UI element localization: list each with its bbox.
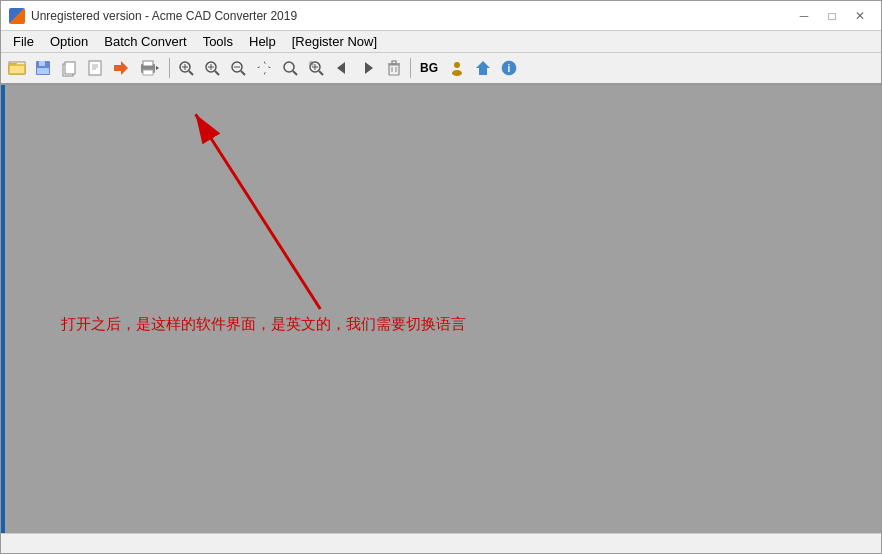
toolbar-copy-button[interactable] xyxy=(57,56,81,80)
close-button[interactable]: ✕ xyxy=(847,6,873,26)
svg-marker-50 xyxy=(476,61,490,75)
svg-marker-14 xyxy=(114,61,128,75)
toolbar-zoom-window-button[interactable] xyxy=(174,56,198,80)
toolbar: BG i xyxy=(1,53,881,85)
svg-rect-29 xyxy=(234,67,240,68)
menu-batch-convert[interactable]: Batch Convert xyxy=(96,31,194,53)
svg-marker-31 xyxy=(264,69,266,75)
menubar: File Option Batch Convert Tools Help [Re… xyxy=(1,31,881,53)
svg-text:i: i xyxy=(508,63,511,74)
main-window: Unregistered version - Acme CAD Converte… xyxy=(0,0,882,554)
menu-tools[interactable]: Tools xyxy=(195,31,241,53)
svg-point-48 xyxy=(454,62,460,68)
svg-line-35 xyxy=(293,71,297,75)
app-icon xyxy=(9,8,25,24)
titlebar: Unregistered version - Acme CAD Converte… xyxy=(1,1,881,31)
svg-rect-45 xyxy=(392,61,396,64)
toolbar-next-button[interactable] xyxy=(356,56,380,80)
svg-rect-7 xyxy=(37,68,49,74)
svg-rect-26 xyxy=(211,64,212,70)
svg-rect-17 xyxy=(143,70,153,75)
svg-rect-3 xyxy=(9,65,25,74)
menu-option[interactable]: Option xyxy=(42,31,96,53)
toolbar-convert-button[interactable] xyxy=(109,56,133,80)
toolbar-print-button[interactable] xyxy=(135,56,165,80)
menu-help[interactable]: Help xyxy=(241,31,284,53)
annotation-text: 打开之后，是这样的软件界面，是英文的，我们需要切换语言 xyxy=(61,315,466,334)
toolbar-separator-1 xyxy=(169,58,170,78)
svg-rect-39 xyxy=(315,64,316,70)
toolbar-user-button[interactable] xyxy=(445,56,469,80)
svg-marker-30 xyxy=(264,61,266,67)
toolbar-open-button[interactable] xyxy=(5,56,29,80)
toolbar-bg-button[interactable]: BG xyxy=(415,57,443,79)
svg-point-34 xyxy=(284,62,294,72)
canvas-area: 打开之后，是这样的软件界面，是英文的，我们需要切换语言 xyxy=(1,85,881,533)
svg-rect-16 xyxy=(143,61,153,66)
toolbar-pan-button[interactable] xyxy=(252,56,276,80)
svg-marker-33 xyxy=(265,66,271,68)
menu-register[interactable]: [Register Now] xyxy=(284,31,385,53)
svg-rect-22 xyxy=(185,64,186,70)
svg-marker-18 xyxy=(156,66,159,70)
left-accent xyxy=(1,85,5,533)
toolbar-prev-button[interactable] xyxy=(330,56,354,80)
svg-line-54 xyxy=(196,114,321,309)
toolbar-new-button[interactable] xyxy=(83,56,107,80)
svg-rect-10 xyxy=(89,61,101,75)
toolbar-delete-button[interactable] xyxy=(382,56,406,80)
toolbar-zoom-out-button[interactable] xyxy=(226,56,250,80)
toolbar-zoom-extents-button[interactable] xyxy=(304,56,328,80)
toolbar-zoom-all-button[interactable] xyxy=(278,56,302,80)
menu-file[interactable]: File xyxy=(5,31,42,53)
svg-rect-6 xyxy=(39,61,45,66)
maximize-button[interactable]: □ xyxy=(819,6,845,26)
svg-line-24 xyxy=(215,71,219,75)
svg-line-37 xyxy=(319,71,323,75)
svg-rect-43 xyxy=(389,65,399,75)
window-controls: ─ □ ✕ xyxy=(791,6,873,26)
minimize-button[interactable]: ─ xyxy=(791,6,817,26)
svg-rect-9 xyxy=(65,62,75,74)
svg-marker-32 xyxy=(257,66,263,68)
svg-marker-42 xyxy=(365,62,373,74)
svg-line-20 xyxy=(189,71,193,75)
toolbar-separator-2 xyxy=(410,58,411,78)
toolbar-zoom-in-button[interactable] xyxy=(200,56,224,80)
annotation-arrow xyxy=(1,85,881,533)
svg-point-49 xyxy=(452,70,462,76)
toolbar-info-button[interactable]: i xyxy=(497,56,521,80)
svg-marker-41 xyxy=(337,62,345,74)
statusbar xyxy=(1,533,881,553)
toolbar-save-button[interactable] xyxy=(31,56,55,80)
svg-line-28 xyxy=(241,71,245,75)
toolbar-home-button[interactable] xyxy=(471,56,495,80)
window-title: Unregistered version - Acme CAD Converte… xyxy=(31,9,791,23)
annotation-container: 打开之后，是这样的软件界面，是英文的，我们需要切换语言 xyxy=(1,85,881,533)
